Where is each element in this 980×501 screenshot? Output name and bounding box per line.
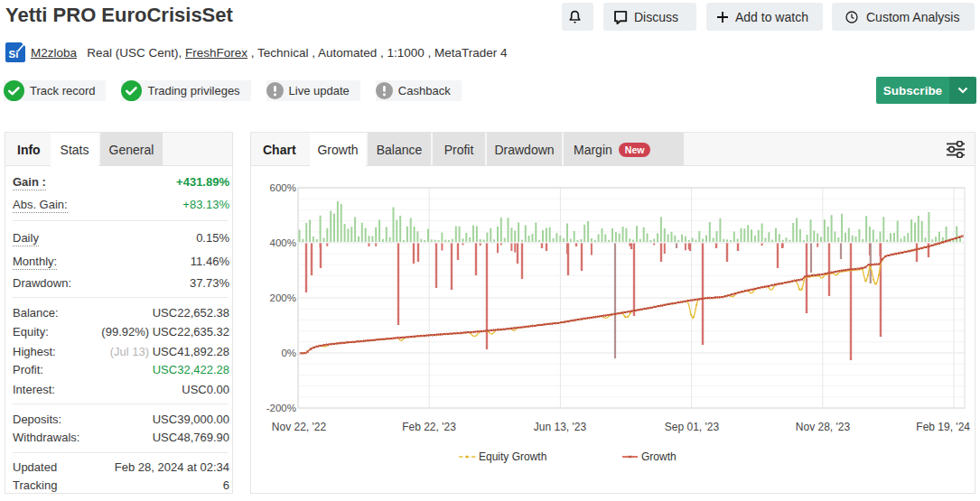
svg-text:Jun 13, '23: Jun 13, '23 [534,421,587,433]
svg-text:Growth: Growth [641,450,677,463]
svg-text:200%: 200% [270,292,296,303]
svg-text:0%: 0% [281,348,296,358]
svg-text:Nov 22, '22: Nov 22, '22 [272,421,327,433]
svg-text:600%: 600% [270,182,296,193]
svg-text:Si: Si [9,49,19,60]
svg-text:Feb 22, '23: Feb 22, '23 [402,421,456,433]
svg-text:Feb 19, '24: Feb 19, '24 [916,421,970,433]
svg-text:Sep 01, '23: Sep 01, '23 [665,421,720,433]
svg-text:Equity Growth: Equity Growth [479,450,546,463]
svg-text:400%: 400% [270,237,296,248]
svg-text:Nov 28, '23: Nov 28, '23 [796,421,851,433]
svg-text:-200%: -200% [266,403,296,413]
